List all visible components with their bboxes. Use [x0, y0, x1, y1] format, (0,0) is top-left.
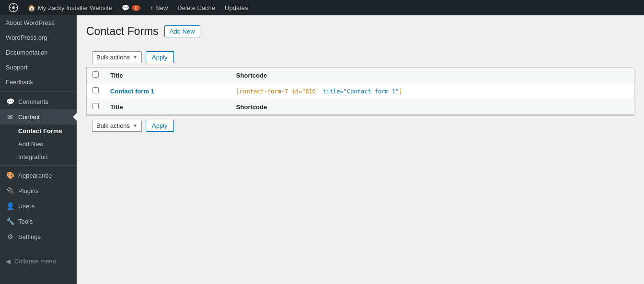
sidebar-item-tools[interactable]: 🔧 Tools: [0, 214, 77, 229]
plugins-icon: 🔌: [6, 187, 14, 194]
top-apply-button[interactable]: Apply: [146, 51, 174, 63]
tools-icon: 🔧: [6, 217, 14, 225]
site-name-button[interactable]: 🏠 My Zacky Installer Website: [23, 0, 117, 15]
footer-check-col: [87, 99, 104, 115]
site-name-label: My Zacky Installer Website: [38, 4, 112, 11]
add-new-button[interactable]: Add New: [164, 25, 200, 37]
select-all-checkbox[interactable]: [92, 71, 99, 78]
sidebar-divider-2: [0, 165, 77, 166]
comment-icon: 💬: [122, 4, 129, 11]
collapse-menu-button[interactable]: ◀ Collapse menu: [0, 254, 77, 269]
about-wordpress-label: About WordPress: [6, 19, 55, 26]
sidebar-item-appearance[interactable]: 🎨 Appearance: [0, 168, 77, 183]
shortcode-title-val: "Contact form 1": [344, 88, 399, 95]
sidebar-item-settings[interactable]: ⚙ Settings: [0, 229, 77, 244]
header-check-col: [87, 68, 104, 83]
top-bulk-actions-chevron: ▼: [133, 55, 138, 60]
feedback-label: Feedback: [6, 79, 33, 86]
sidebar: About WordPress WordPress.org Documentat…: [0, 15, 77, 284]
shortcode-col-label: Shortcode: [236, 72, 267, 79]
comments-icon: 💬: [6, 98, 14, 105]
main-content: Contact Forms Add New Bulk actions ▼ App…: [77, 15, 644, 284]
page-header: Contact Forms Add New: [86, 25, 634, 38]
delete-cache-button[interactable]: Delete Cache: [172, 0, 220, 15]
sidebar-arrow: [73, 113, 77, 121]
top-table-actions: Bulk actions ▼ Apply: [86, 47, 634, 67]
plugins-label: Plugins: [18, 187, 39, 194]
header-shortcode-col: Shortcode: [230, 68, 634, 83]
admin-bar: 🏠 My Zacky Installer Website 💬 0 + New D…: [0, 0, 644, 15]
footer-shortcode-label: Shortcode: [236, 103, 267, 111]
contact-label: Contact: [18, 114, 40, 121]
wp-logo-button[interactable]: [4, 0, 23, 15]
sidebar-item-contact[interactable]: ✉ Contact: [0, 109, 77, 125]
form-title-link[interactable]: Contact form 1: [110, 88, 154, 95]
users-icon: 👤: [6, 202, 14, 210]
settings-label: Settings: [18, 233, 41, 240]
contact-forms-label: Contact Forms: [18, 127, 62, 135]
forms-table-wrap: Title Shortcode Contact form 1: [86, 67, 634, 115]
collapse-label: Collapse menu: [14, 258, 56, 265]
documentation-label: Documentation: [6, 49, 47, 56]
shortcode-bracket-close: ]: [399, 88, 402, 95]
row-title-cell: Contact form 1: [104, 83, 230, 99]
sidebar-divider-1: [0, 91, 77, 92]
users-label: Users: [18, 203, 34, 210]
sidebar-item-about-wordpress[interactable]: About WordPress: [0, 15, 77, 30]
add-new-sub-label: Add New: [18, 140, 44, 148]
table-header-row: Title Shortcode: [87, 68, 634, 83]
table-row: Contact form 1 [contact-form-7 id="610" …: [87, 83, 634, 99]
top-bulk-actions-label: Bulk actions: [96, 54, 130, 61]
sidebar-item-wordpress-org[interactable]: WordPress.org: [0, 30, 77, 45]
wordpress-org-label: WordPress.org: [6, 34, 47, 41]
updates-button[interactable]: Updates: [220, 0, 253, 15]
footer-select-all-checkbox[interactable]: [92, 103, 99, 109]
comments-count: 0: [132, 5, 140, 11]
sidebar-sub-item-add-new[interactable]: Add New: [0, 137, 77, 150]
header-title-col[interactable]: Title: [104, 68, 230, 83]
appearance-label: Appearance: [18, 172, 52, 179]
table-footer-row: Title Shortcode: [87, 99, 634, 115]
tools-label: Tools: [18, 218, 33, 225]
new-label: + New: [150, 4, 168, 11]
bottom-apply-button[interactable]: Apply: [146, 120, 174, 132]
bottom-bulk-actions-select[interactable]: Bulk actions ▼: [92, 120, 142, 132]
updates-label: Updates: [225, 4, 248, 11]
svg-point-1: [12, 6, 15, 9]
comments-label: Comments: [18, 98, 48, 105]
footer-shortcode-col: Shortcode: [230, 99, 634, 115]
delete-cache-label: Delete Cache: [177, 4, 215, 11]
sidebar-item-support[interactable]: Support: [0, 60, 77, 75]
comments-button[interactable]: 💬 0: [117, 0, 145, 15]
sidebar-item-users[interactable]: 👤 Users: [0, 198, 77, 214]
shortcode-title-attr: title=: [319, 88, 344, 95]
integration-label: Integration: [18, 153, 47, 160]
support-label: Support: [6, 64, 28, 71]
home-icon: 🏠: [28, 4, 35, 11]
bottom-bulk-actions-chevron: ▼: [133, 123, 138, 128]
appearance-icon: 🎨: [6, 171, 14, 179]
sidebar-item-plugins[interactable]: 🔌 Plugins: [0, 183, 77, 198]
shortcode-id-val: "610": [302, 88, 319, 95]
footer-title-label: Title: [110, 103, 123, 111]
forms-table: Title Shortcode Contact form 1: [87, 68, 634, 115]
title-col-label: Title: [110, 72, 123, 79]
page-title: Contact Forms: [86, 25, 159, 38]
sidebar-item-documentation[interactable]: Documentation: [0, 45, 77, 60]
top-bulk-actions-select[interactable]: Bulk actions ▼: [92, 51, 142, 63]
shortcode-value: [contact-form-7 id="610" title="Contact …: [236, 88, 402, 95]
bottom-table-actions: Bulk actions ▼ Apply: [86, 115, 634, 136]
bottom-bulk-actions-label: Bulk actions: [96, 122, 130, 129]
sidebar-sub-item-contact-forms[interactable]: Contact Forms: [0, 125, 77, 137]
new-button[interactable]: + New: [145, 0, 172, 15]
sidebar-sub-item-integration[interactable]: Integration: [0, 150, 77, 163]
row-check-cell: [87, 83, 104, 99]
sidebar-item-feedback[interactable]: Feedback: [0, 75, 77, 90]
row-checkbox[interactable]: [92, 87, 99, 93]
sidebar-item-comments[interactable]: 💬 Comments: [0, 94, 77, 109]
shortcode-bracket-open: [contact-form-7 id=: [236, 88, 302, 95]
collapse-icon: ◀: [6, 258, 11, 265]
contact-icon: ✉: [6, 113, 14, 121]
row-shortcode-cell: [contact-form-7 id="610" title="Contact …: [230, 83, 634, 99]
footer-title-col: Title: [104, 99, 230, 115]
